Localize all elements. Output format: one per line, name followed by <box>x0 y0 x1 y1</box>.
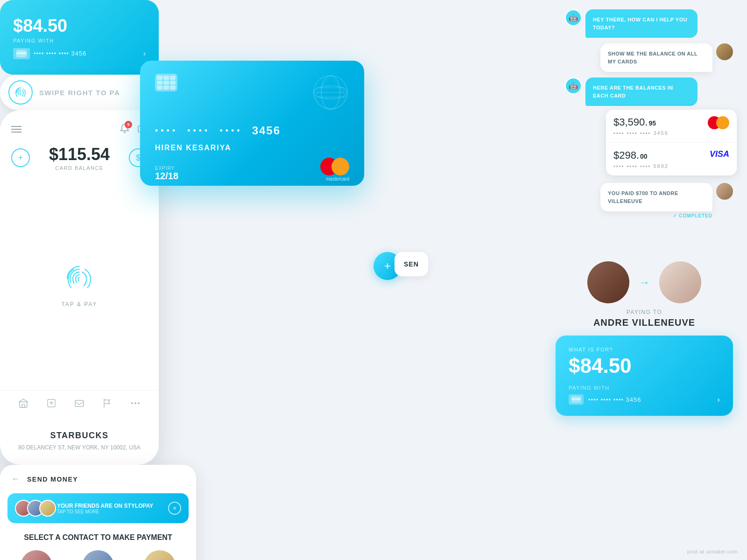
chat-user-row-2: YOU PAID $700 TO ANDRE VILLENEUVE ✓ COMP… <box>565 183 733 218</box>
payto-avatars: → <box>556 252 733 309</box>
sender-avatar <box>587 261 629 303</box>
contact-irina[interactable]: IRINAPOWELL <box>133 550 187 560</box>
card1-amount: $3,590.95 <box>613 116 669 128</box>
svg-point-23 <box>138 402 140 404</box>
friends-main-text: YOUR FRIENDS ARE ON STYLOPAY <box>57 503 162 509</box>
payto-paying-with-label: PAYING WITH <box>569 385 720 391</box>
card2-amount: $298.00 <box>613 149 669 161</box>
payee-name: ANDRE VILLENEUVE <box>556 317 733 328</box>
card2-number: •••• •••• •••• 5892 <box>613 163 669 169</box>
add-button[interactable]: + <box>11 148 30 167</box>
nav-more-icon[interactable] <box>130 398 141 408</box>
back-button[interactable]: ← <box>11 474 20 484</box>
payment-to-panel: → PAYING TO ANDRE VILLENEUVE WHAT IS FOR… <box>556 252 733 416</box>
bot-avatar-2: 🤖 <box>565 77 582 94</box>
friends-banner: YOUR FRIENDS ARE ON STYLOPAY TAP TO SEE … <box>7 493 189 523</box>
svg-rect-25 <box>571 398 581 400</box>
tap-pay-section[interactable]: TAP & PAY <box>0 180 159 390</box>
card-number: •••• •••• •••• 3456 <box>34 50 140 57</box>
tap-pay-label: TAP & PAY <box>61 301 97 308</box>
paying-with-label: PAYING WITH <box>13 38 146 43</box>
store-info: STARBUCKS 80 DELANCEY ST, NEW YORK, NY 1… <box>0 421 159 465</box>
balance-main: $115. <box>49 145 91 164</box>
payto-chevron-icon: › <box>717 395 720 405</box>
nav-upload-icon[interactable] <box>46 398 56 408</box>
user-avatar-2 <box>716 183 733 200</box>
transfer-arrow: → <box>639 276 650 289</box>
phone-header: 9 <box>0 110 159 141</box>
payto-card-info: •••• •••• •••• 3456 <box>569 394 641 405</box>
store-address: 80 DELANCEY ST, NEW YORK, NY 10002, USA <box>11 443 148 452</box>
watermark: post at uimaker.com <box>687 549 738 554</box>
card-chip <box>155 74 177 91</box>
svg-line-13 <box>315 97 321 106</box>
visa-logo: VISA <box>710 149 729 159</box>
globe-icon <box>312 74 349 111</box>
receiver-avatar <box>659 261 701 303</box>
balance-label: CARD BALANCE <box>49 165 110 171</box>
card-icon <box>13 48 30 59</box>
hamburger-menu[interactable] <box>11 126 21 133</box>
credit-card-floating: •••• •••• •••• 3456 HIREN KESARIYA EXPIR… <box>140 61 364 186</box>
expiry-value: 12/18 <box>155 171 178 182</box>
what-for-label: WHAT IS FOR? <box>569 347 720 352</box>
close-banner-button[interactable]: × <box>168 502 181 515</box>
send-partial-label: SEN <box>395 252 428 276</box>
mastercard-logo <box>320 158 349 175</box>
svg-rect-18 <box>22 405 25 407</box>
contact-avatar-irina <box>144 550 176 560</box>
tap-pay-fingerprint <box>63 263 95 294</box>
svg-rect-20 <box>75 400 84 406</box>
phone-center: 9 + $115.54 CARD BALANCE $ <box>0 110 159 465</box>
notification-button[interactable]: 9 <box>120 123 130 135</box>
contact-alex[interactable]: ALEXMAKOVETSKYI <box>71 550 125 560</box>
phone-nav <box>0 390 159 421</box>
chat-cards-widget: $3,590.95 •••• •••• •••• 3456 <box>606 110 737 175</box>
bot-bubble-1: HEY THERE, HOW CAN I HELP YOU TODAY? <box>585 9 698 38</box>
nav-flag-icon[interactable] <box>102 398 113 408</box>
contacts-grid: OLGAKUDRYASHOVA ALEXMAKOVETSKYI IRINAPOW… <box>0 550 196 560</box>
paying-to-label: PAYING TO <box>556 309 733 315</box>
store-name: STARBUCKS <box>11 431 148 441</box>
user-avatar-1 <box>716 43 733 60</box>
chat-card-1: $3,590.95 •••• •••• •••• 3456 <box>606 110 737 143</box>
svg-point-21 <box>131 402 133 404</box>
svg-rect-1 <box>16 52 27 54</box>
chat-bot-row-1: 🤖 HEY THERE, HOW CAN I HELP YOU TODAY? <box>565 9 733 38</box>
payto-card-number: •••• •••• •••• 3456 <box>588 396 641 403</box>
swipe-right-text: SWIPE RIGHT TO PA <box>39 89 120 97</box>
expiry-label: EXPIRY <box>155 166 178 171</box>
payto-card-icon <box>569 394 584 405</box>
contact-avatar-alex <box>82 550 114 560</box>
bot-bubble-2: HERE ARE THE BALANCES IN EACH CARD <box>585 77 698 106</box>
card-number-display: •••• •••• •••• 3456 <box>155 124 349 137</box>
chat-panel: 🤖 HEY THERE, HOW CAN I HELP YOU TODAY? S… <box>565 9 733 218</box>
user-bubble-1: SHOW ME THE BALANCE ON ALL MY CARDS <box>600 43 712 72</box>
friends-sub-text: TAP TO SEE MORE <box>57 509 162 514</box>
svg-line-12 <box>340 97 346 106</box>
card-balance-section: + $115.54 CARD BALANCE $ <box>0 141 159 180</box>
fingerprint-icon <box>8 80 33 105</box>
card1-number: •••• •••• •••• 3456 <box>613 130 669 136</box>
select-contact-label: SELECT A CONTACT TO MAKE PAYMENT <box>0 532 196 543</box>
chat-user-row-1: SHOW ME THE BALANCE ON ALL MY CARDS <box>565 43 733 72</box>
contact-olga[interactable]: OLGAKUDRYASHOVA <box>9 550 63 560</box>
notification-badge: 9 <box>125 121 132 128</box>
contact-avatar-olga <box>21 550 52 560</box>
payment-details-card: WHAT IS FOR? $84.50 PAYING WITH •••• •••… <box>556 336 733 416</box>
user-bubble-2: YOU PAID $700 TO ANDRE VILLENEUVE <box>600 183 712 211</box>
mastercard-text: mastercard <box>320 176 349 182</box>
svg-point-22 <box>134 402 136 404</box>
chevron-right-icon: › <box>143 49 146 58</box>
friends-text: YOUR FRIENDS ARE ON STYLOPAY TAP TO SEE … <box>57 503 162 514</box>
nav-home-icon[interactable] <box>18 398 28 408</box>
nav-mail-icon[interactable] <box>74 398 85 408</box>
completed-badge: ✓ COMPLETED <box>673 213 712 218</box>
friends-avatars <box>15 500 51 517</box>
payment-card-topleft: $84.50 PAYING WITH •••• •••• •••• 3456 › <box>0 0 159 75</box>
balance-cents: 54 <box>91 145 110 164</box>
chat-bot-row-2: 🤖 HERE ARE THE BALANCES IN EACH CARD $3,… <box>565 77 733 175</box>
chat-card-2: $298.00 •••• •••• •••• 5892 VISA <box>606 143 737 175</box>
amount-display: $84.50 <box>13 16 146 36</box>
send-money-title: SEND MONEY <box>27 476 78 483</box>
